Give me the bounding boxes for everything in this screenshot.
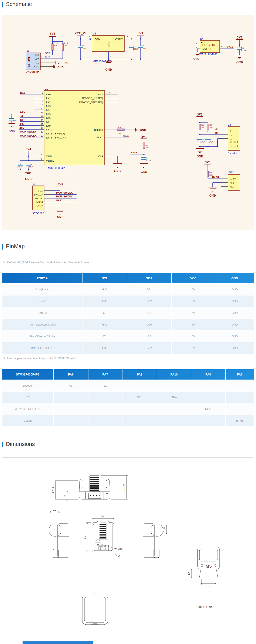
pinmap-table-stm32: STM32F030F4P6PA6PA7PA9PA10PA0PA5EncoderA… (2, 369, 254, 427)
label-r3: R3 (209, 172, 212, 174)
cell: A1 (53, 380, 88, 392)
label-vdda: VDDA (46, 159, 54, 162)
label-5: 5 (41, 158, 42, 160)
label-2: 2 (196, 46, 197, 48)
cell (225, 403, 254, 415)
label-10k: 10K (145, 146, 149, 149)
label-12: 12 (41, 115, 43, 118)
pinmap-note-internal-text: Internal peripheral connection pins for … (7, 356, 76, 360)
table-row: Core(Basic)G22G215VGND (2, 284, 254, 295)
header-cell: STM32F030F4P6 (2, 369, 53, 380)
cell: Button (2, 415, 53, 426)
label-nrst: NRST (36, 201, 43, 204)
label-no: NO (230, 181, 234, 184)
header-cell: PA6 (53, 369, 88, 380)
label-me6206a33xg: ME6206A33XG (93, 60, 112, 63)
cell: G33 (83, 342, 127, 354)
bullet-icon (3, 262, 5, 263)
cell: G21 (127, 284, 171, 295)
label-c9: C9 (146, 157, 148, 159)
label-mcu-swdio: MCU_SWDIO (56, 195, 72, 198)
cell: RGB (191, 403, 225, 415)
label-rgb: RGB (227, 45, 234, 48)
label-10: 10 (41, 107, 43, 110)
label-mcu-swclk: MCU_SWCLK (20, 134, 36, 137)
label-12: 12 (187, 572, 191, 576)
label-a1: A1 (215, 128, 219, 131)
cell: G32 (127, 295, 171, 307)
label-mcu-swdio: MCU_SWDIO (20, 130, 36, 133)
bullet-icon (3, 357, 5, 359)
cell (191, 380, 225, 392)
divider (0, 453, 256, 453)
cell: G26 (127, 319, 171, 330)
label-9-6: 9.6 (162, 527, 166, 532)
label-pa1: PA1 (46, 96, 51, 100)
divider (0, 13, 256, 14)
footer-bar (22, 641, 93, 644)
cell: G2 (127, 330, 171, 342)
table-row: Atom Lite/Atom MatrixG32G265VGND (2, 319, 254, 330)
label-100nf: 100nF (133, 48, 139, 50)
label-shell: SHELL (230, 141, 239, 144)
pinmap-note-internal: Internal peripheral connection pins for … (3, 356, 76, 360)
header-cell: PA7 (88, 369, 122, 380)
label-u4: U4 (200, 38, 204, 40)
dimension-labels: 17.1818.9122432Φ4.85R29.6M51216UNIT : mm (51, 484, 212, 608)
header-cell: PA0 (191, 369, 225, 380)
cell: BTN1 (225, 415, 254, 426)
cell: AtomS3/AtomS3 Lite (2, 330, 83, 342)
cell: 5V (171, 307, 215, 319)
label-pa9: PA9 (46, 124, 51, 127)
label-j2: J2 (33, 182, 35, 186)
cell (157, 415, 191, 426)
label-c8: C8 (142, 45, 144, 47)
label-10k: 10K (64, 44, 68, 46)
label-r16: R16 (64, 42, 68, 44)
label-3v3: 3V3 (50, 32, 55, 35)
top-view (55, 476, 128, 504)
label-3v3: 3V3 (58, 182, 63, 186)
cell: WS2812C RGB LED (2, 403, 53, 415)
resistor-r7 (143, 142, 145, 148)
label-3v3: 3V3 (197, 113, 202, 116)
label-c11: C11 (29, 164, 32, 166)
label-16: 16 (39, 153, 42, 156)
label-unit-mm: UNIT : mm (198, 605, 213, 608)
resistor-r16 (62, 44, 64, 50)
label-vcc-5v: VCC_5V (57, 61, 68, 64)
cell: GND (215, 295, 254, 307)
cell: 5V (171, 342, 215, 354)
label-gnd: GND (202, 48, 208, 51)
pinmap-note-i2c: Default I2C (PORT A) interface pin defin… (3, 261, 89, 264)
table-row: WS2812C RGB LEDRGB (2, 403, 254, 415)
label-grove-4p: GROVE 4P (26, 70, 39, 73)
label-pa6: PA6 (46, 116, 51, 119)
cell (53, 403, 88, 415)
label-12: 12 (53, 508, 56, 511)
label-1: 1 (196, 42, 197, 45)
label-btn1: BTN1 (212, 175, 219, 178)
label-b1: B1 (20, 118, 23, 122)
label-gnd: GND (25, 178, 31, 181)
label-pa3: PA3 (46, 104, 51, 108)
label-3v3: 3V3 (26, 148, 31, 151)
label-nrst: NRST (56, 199, 63, 202)
cell: 5V (171, 295, 215, 307)
label-gnd: GND (236, 61, 243, 64)
header-cell: SCL (83, 273, 127, 284)
header-cell: GND (215, 273, 254, 284)
cell (122, 380, 157, 392)
documentation-page: Schematic (0, 0, 256, 644)
label-10k: 10K (54, 44, 57, 46)
cell (122, 415, 157, 426)
label-gnd: GND (57, 66, 64, 69)
label-3v3: 3V3 (138, 32, 143, 35)
label-pa2: PA2 (46, 101, 51, 104)
label-c2: C2 (202, 139, 205, 141)
cell (225, 380, 254, 392)
page-title-pinmap: PinMap (6, 243, 25, 250)
label-j1: J1 (27, 50, 29, 52)
label-gnd: GND (37, 204, 43, 208)
resistor-r6 (118, 129, 124, 131)
